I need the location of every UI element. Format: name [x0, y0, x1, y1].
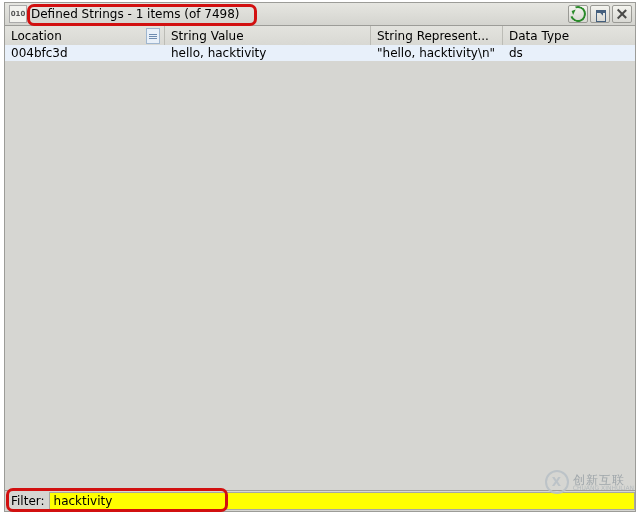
- cell-data-type: ds: [503, 46, 635, 60]
- filter-input-value: hacktivity: [54, 494, 113, 508]
- watermark-logo: Ⅹ: [545, 470, 569, 494]
- external-window-icon: [594, 8, 606, 20]
- cell-string-value: hello, hacktivity: [165, 46, 371, 60]
- column-label: String Value: [171, 29, 244, 43]
- column-header-location[interactable]: Location: [5, 26, 165, 46]
- titlebar: 010 Defined Strings - 1 items (of 7498): [5, 3, 635, 26]
- filter-input[interactable]: hacktivity: [49, 492, 635, 510]
- filter-bar: Filter: hacktivity: [5, 490, 635, 511]
- window-title: Defined Strings - 1 items (of 7498): [30, 7, 244, 21]
- refresh-icon: [567, 3, 588, 24]
- close-icon: [617, 9, 627, 19]
- cell-location: 004bfc3d: [5, 46, 165, 60]
- table-header: Location String Value String Represent..…: [5, 26, 635, 47]
- external-window-button[interactable]: [590, 5, 610, 23]
- cell-string-representation: "hello, hacktivity\n": [371, 46, 503, 60]
- column-label: Data Type: [509, 29, 569, 43]
- defined-strings-window: 010 Defined Strings - 1 items (of 7498) …: [4, 2, 636, 512]
- watermark: Ⅹ 创新互联 CHUANG XINHULIAN: [545, 470, 634, 494]
- column-label: String Represent...: [377, 29, 489, 43]
- watermark-sub: CHUANG XINHULIAN: [573, 485, 634, 491]
- column-header-data-type[interactable]: Data Type: [503, 26, 635, 46]
- filter-label: Filter:: [5, 494, 49, 508]
- app-icon: 010: [9, 5, 27, 23]
- refresh-button[interactable]: [568, 5, 588, 23]
- sort-icon[interactable]: [146, 28, 160, 44]
- column-label: Location: [11, 29, 62, 43]
- close-button[interactable]: [612, 5, 632, 23]
- table-body: 004bfc3d hello, hacktivity "hello, hackt…: [5, 45, 635, 491]
- table-row[interactable]: 004bfc3d hello, hacktivity "hello, hackt…: [5, 45, 635, 61]
- column-header-string-representation[interactable]: String Represent...: [371, 26, 503, 46]
- column-header-string-value[interactable]: String Value: [165, 26, 371, 46]
